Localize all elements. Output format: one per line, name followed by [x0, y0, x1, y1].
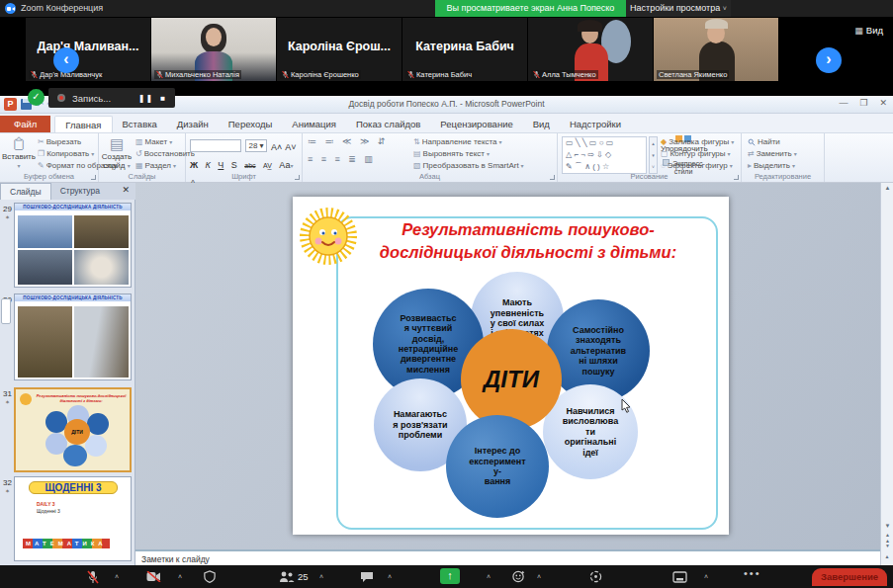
grow-font-button[interactable]: А˄	[271, 142, 282, 152]
muted-mic-icon	[156, 70, 163, 79]
chevron-down-icon: ▾	[731, 138, 734, 145]
dialog-launcher-icon[interactable]	[295, 175, 300, 180]
security-button[interactable]	[204, 569, 216, 584]
chat-options-chevron[interactable]: ˄	[388, 569, 392, 584]
thumbnail-photo	[18, 306, 72, 378]
tab-file[interactable]: Файл	[0, 116, 50, 132]
tab-insert[interactable]: Вставка	[113, 116, 167, 132]
chat-button[interactable]	[360, 569, 374, 584]
apps-options-chevron[interactable]: ˄	[704, 569, 708, 584]
tab-outline[interactable]: Структура	[51, 183, 109, 200]
font-name-select[interactable]	[190, 139, 241, 152]
copy-button[interactable]: ❐Копировать▾	[38, 149, 94, 158]
participant-tile[interactable]: Катерина Бабич Катерина Бабич	[402, 18, 527, 81]
slide-thumbnail-30[interactable]: ПОШУКОВО-ДОСЛІДНИЦЬКА ДІЯЛЬНІСТЬ	[14, 294, 132, 380]
tab-slides-thumbnails[interactable]: Слайды	[0, 183, 51, 200]
reactions-options-chevron[interactable]: ˄	[537, 569, 541, 584]
select-button[interactable]: ▸Выделить▾	[748, 161, 795, 170]
find-button[interactable]: Найти	[748, 137, 780, 146]
align-text-button[interactable]: ▤Выровнять текст▾	[413, 149, 490, 158]
text-direction-button[interactable]: ⇅Направление текста▾	[413, 137, 502, 146]
tab-review[interactable]: Рецензирование	[430, 116, 522, 132]
shapes-scroll-buttons[interactable]: ▴▾˅	[649, 136, 658, 174]
paste-button[interactable]: 📋︎ Вставить ▾	[2, 135, 36, 171]
video-options-chevron[interactable]: ˄	[178, 569, 182, 584]
slide-number: 29✶	[2, 205, 13, 220]
slide-canvas[interactable]: Результативність пошуково- дослідницької…	[293, 197, 729, 535]
record-button[interactable]	[589, 569, 602, 584]
view-settings-button[interactable]: Настройки просмотра ˅	[626, 0, 731, 17]
notes-scrollbar[interactable]: ▲	[880, 549, 893, 565]
share-screen-button[interactable]: ↑	[440, 568, 460, 584]
tab-design[interactable]: Дизайн	[167, 116, 219, 132]
convert-smartart-button[interactable]: ▧Преобразовать в SmartArt▾	[413, 161, 524, 170]
font-size-select[interactable]: 28 ▾	[245, 139, 266, 152]
participant-tile[interactable]: Михальченко Наталія	[151, 18, 276, 81]
audio-options-chevron[interactable]: ˄	[115, 569, 119, 584]
more-options-button[interactable]: •••	[744, 567, 761, 579]
slide-thumbnail-32[interactable]: ЩОДЕННІ 3 DAILY 3 Щоденні 3 МАТЕМАТИКА	[14, 476, 132, 561]
pause-recording-button[interactable]: ❚❚	[138, 94, 153, 103]
mini-circle	[87, 413, 109, 435]
app-title: Zoom Конференция	[21, 3, 103, 13]
scroll-left-button[interactable]: ‹	[53, 47, 79, 73]
dialog-launcher-icon[interactable]	[91, 175, 96, 180]
tab-animations[interactable]: Анимация	[282, 116, 346, 132]
close-button[interactable]: ✕	[879, 98, 887, 108]
stop-recording-button[interactable]: ■	[160, 94, 166, 103]
vertical-scrollbar[interactable]: ▲ ▼ ▲▲ ▼▼	[880, 183, 893, 549]
participants-options-chevron[interactable]: ˄	[319, 569, 323, 584]
chevron-down-icon: ▾	[499, 138, 502, 145]
slide-thumbnail-31-selected[interactable]: Результативність пошуково-дослідницької …	[14, 387, 132, 472]
participant-tile[interactable]: Светлана Якименко	[654, 18, 778, 81]
video-button[interactable]	[146, 569, 161, 584]
change-case-button[interactable]: Аа▾	[279, 160, 293, 170]
tab-slideshow[interactable]: Показ слайдов	[346, 116, 430, 132]
shape-effects-button[interactable]: ◌Эффекты фигур▾	[661, 161, 733, 170]
alignment-buttons-row[interactable]: ≡ ≡ ≡ ≣ ▥	[308, 154, 376, 164]
section-button[interactable]: ▦Раздел▾	[135, 161, 176, 170]
tab-addins[interactable]: Надстройки	[560, 116, 631, 132]
shape-fill-button[interactable]: ◆Заливка фигуры▾	[661, 137, 734, 146]
list-buttons-row[interactable]: ≔ ≕ ≪ ≫ ⇵	[308, 136, 388, 146]
view-layout-button[interactable]: ▦ Вид	[854, 25, 883, 36]
reactions-button[interactable]	[512, 569, 525, 584]
italic-button[interactable]: К	[206, 160, 211, 170]
shadow-button[interactable]: S	[231, 160, 237, 170]
shrink-font-button[interactable]: А˅	[285, 142, 296, 152]
restore-button[interactable]: ❐	[859, 98, 867, 108]
scroll-right-button[interactable]: ›	[816, 47, 842, 73]
slide-thumbnail-29[interactable]: ПОШУКОВО-ДОСЛІДНИЦЬКА ДІЯЛЬНІСТЬ	[14, 203, 132, 288]
shapes-gallery[interactable]: ▭ ╲ ╲ ▭ ○ ▭△ ⌐ ¬ ⇨ ⇩ ◇✎ ⌒ ∧ ( ) ☆	[562, 136, 647, 174]
participant-tile[interactable]: Дар'я Маливан... Дар'я Маливанчук	[26, 18, 150, 81]
new-slide-button[interactable]: ▤ Создать слайд ▾	[100, 135, 134, 171]
layout-button[interactable]: ▥Макет▾	[135, 137, 172, 146]
scroll-up-icon[interactable]: ▲	[881, 185, 893, 191]
mute-button[interactable]	[87, 569, 99, 584]
letter-blocks: МАТЕМАТИКА	[23, 539, 110, 548]
participant-tile[interactable]: Алла Тымченко	[528, 18, 653, 81]
apps-button[interactable]	[672, 569, 687, 584]
share-options-chevron[interactable]: ˄	[487, 569, 491, 584]
replace-button[interactable]: ⇄Заменить▾	[748, 149, 797, 158]
end-meeting-button[interactable]: Завершение	[812, 568, 887, 586]
dialog-launcher-icon[interactable]	[734, 175, 739, 180]
bold-button[interactable]: Ж	[190, 160, 198, 170]
minimize-button[interactable]: —	[839, 98, 848, 108]
strikethrough-button[interactable]: abc	[244, 162, 255, 169]
panel-close-icon[interactable]: ✕	[116, 183, 135, 200]
notes-pane[interactable]: Заметки к слайду	[135, 549, 880, 565]
shape-outline-button[interactable]: ▢Контур фигуры▾	[661, 149, 731, 158]
underline-button[interactable]: Ч	[218, 160, 223, 170]
participant-tile[interactable]: Кароліна Єрош... Кароліна Єрошенко	[277, 18, 402, 81]
tab-home[interactable]: Главная	[54, 116, 112, 132]
scrollbar-thumb[interactable]	[1, 298, 11, 324]
cut-button[interactable]: ✂Вырезать	[38, 137, 81, 146]
record-dot-icon	[57, 94, 65, 102]
scroll-down-icon[interactable]: ▼	[881, 523, 893, 529]
tab-view[interactable]: Вид	[523, 116, 560, 132]
character-spacing-button[interactable]: AV̲	[263, 162, 272, 169]
tab-transitions[interactable]: Переходы	[219, 116, 283, 132]
participants-button[interactable]: 25	[279, 569, 309, 584]
dialog-launcher-icon[interactable]	[550, 175, 555, 180]
